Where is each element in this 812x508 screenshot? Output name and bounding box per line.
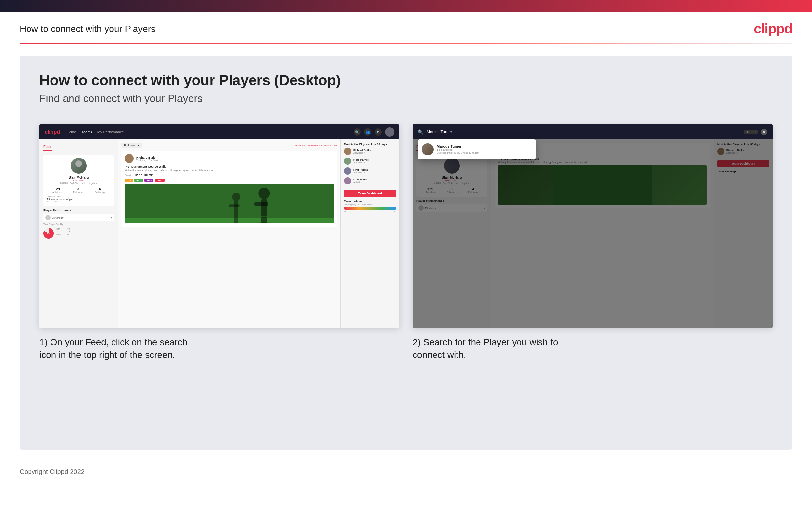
- svg-point-8: [232, 193, 241, 201]
- player-performance-2: Player Performance Eli Vincent ▾: [417, 199, 487, 212]
- team-heatmap-title-1: Team Heatmap: [344, 200, 396, 203]
- bar-app: APP 70: [56, 231, 69, 233]
- center-feed-1: Following ▾ Control who can see your act…: [118, 139, 340, 328]
- svg-rect-6: [261, 216, 264, 223]
- search-input-2[interactable]: Marcus Turner: [427, 130, 741, 134]
- screenshot-2-col: clippd Home Teams My Performance Feed: [413, 124, 773, 361]
- profile-avatar-2: [444, 158, 460, 174]
- player-list-item-4: Eli Vincent Activities: 1: [344, 177, 396, 184]
- search-icon[interactable]: 🔍: [353, 128, 361, 135]
- nav-items-1: Home Teams My Performance: [66, 130, 124, 134]
- player-mini-avatar-1: [45, 215, 50, 220]
- player-list-item-3: Hiral Pujara Activities: 3: [344, 167, 396, 175]
- profile-card-2: Blair McHarg Golf Coach Mill Ride Golf C…: [417, 155, 487, 197]
- page-title: How to connect with your Players: [20, 24, 155, 34]
- act-avatar-1: [125, 154, 134, 163]
- tag-putt: PUTT: [155, 178, 164, 182]
- caption-1: 1) On your Feed, click on the searchicon…: [39, 336, 399, 361]
- following-btn-1[interactable]: Following ▾: [121, 143, 142, 148]
- logo: clippd: [754, 21, 792, 37]
- footer: Copyright Clippd 2022: [0, 461, 812, 482]
- stat-activities-1: 129 Activities: [52, 187, 62, 193]
- nav-teams-1[interactable]: Teams: [81, 130, 92, 134]
- people-icon[interactable]: 👥: [364, 128, 371, 135]
- screenshots-row: clippd Home Teams My Performance 🔍 👥 ⚙: [39, 124, 773, 361]
- search-result-handicap: 1-5 Handicap: [437, 148, 479, 151]
- stat-followers-1: 3 Followers: [74, 187, 83, 193]
- tag-arg: ARG: [144, 178, 153, 182]
- tag-app: APP: [135, 178, 143, 182]
- player-list-item-2: Piers Parnell Activities: 4: [344, 158, 396, 165]
- app-content-2-bg: Feed Blair McHarg Golf Coach Mill Ride G…: [413, 139, 773, 328]
- profile-club-1: Mill Ride Golf Club, United Kingdom: [47, 182, 110, 184]
- search-dropdown: Marcus Turner 1-5 Handicap Cypress Point…: [418, 139, 536, 159]
- control-link-1[interactable]: Control who can see your activity and da…: [294, 144, 337, 147]
- player-list-item-1: Richard Butler Activities: 7: [344, 148, 396, 155]
- tags-row-1: OTT APP ARG PUTT: [125, 178, 334, 182]
- svg-rect-7: [264, 216, 267, 223]
- caption-2: 2) Search for the Player you wish toconn…: [413, 336, 773, 361]
- stats-row-1: 129 Activities 3 Followers 4 Following: [47, 187, 110, 193]
- profile-card-1: Blair McHarg Golf Coach Mill Ride Golf C…: [43, 155, 114, 206]
- svg-rect-0: [125, 184, 334, 223]
- profile-name-2: Blair McHarg: [420, 176, 484, 179]
- bar-arg: ARG 61: [56, 233, 69, 235]
- left-panel-2: Feed Blair McHarg Golf Coach Mill Ride G…: [413, 139, 491, 328]
- section-title: How to connect with your Players (Deskto…: [39, 72, 773, 89]
- clear-btn[interactable]: CLEAR: [744, 130, 758, 134]
- bar-ott: OTT 79: [56, 228, 69, 230]
- search-result-name: Marcus Turner: [437, 144, 479, 148]
- app-logo-1: clippd: [45, 129, 60, 135]
- app-content-1: Feed Blair McHarg Golf Coach Mill Ride G…: [39, 139, 399, 328]
- settings-icon[interactable]: ⚙: [375, 128, 382, 135]
- search-result-avatar: [422, 143, 434, 155]
- svg-rect-11: [234, 215, 236, 223]
- screenshot-1-col: clippd Home Teams My Performance 🔍 👥 ⚙: [39, 124, 399, 361]
- right-panel-1: Most Active Players - Last 30 days Richa…: [340, 139, 399, 328]
- profile-club-2: Mill Ride Golf Club, United Kingdom: [420, 182, 484, 184]
- top-bar: [0, 0, 812, 12]
- profile-role-1: Golf Coach: [47, 179, 110, 182]
- heatmap-subtitle-1: Player Quality · 20 Round Trend: [344, 204, 396, 206]
- svg-point-3: [258, 188, 270, 199]
- user-avatar-1[interactable]: [385, 127, 394, 136]
- heatmap-bar-1: [344, 207, 396, 210]
- screenshot-2-frame: clippd Home Teams My Performance Feed: [413, 124, 773, 328]
- duration-row-1: Duration 02 hr : 00 min: [125, 173, 334, 176]
- feed-tab-1[interactable]: Feed: [43, 143, 52, 151]
- search-result-item[interactable]: Marcus Turner 1-5 Handicap Cypress Point…: [422, 143, 532, 155]
- activity-card-1: Richard Butler Yesterday · The Grove Pre…: [121, 151, 337, 227]
- player-select-1[interactable]: Eli Vincent ▾: [43, 214, 114, 221]
- heatmap-scale-1: -5 +5: [344, 210, 396, 212]
- svg-rect-5: [254, 203, 269, 206]
- search-overlay-bar: 🔍 Marcus Turner CLEAR ✕: [413, 124, 773, 139]
- nav-performance-1[interactable]: My Performance: [97, 130, 124, 134]
- header: How to connect with your Players clippd: [0, 12, 812, 43]
- header-divider: [20, 43, 792, 44]
- svg-rect-13: [553, 165, 652, 205]
- player-performance-1: Player Performance Eli Vincent ▾ Total P…: [43, 209, 114, 239]
- svg-rect-1: [125, 218, 334, 223]
- nav-home-1[interactable]: Home: [66, 130, 76, 134]
- score-circle-1: 84: [43, 228, 54, 239]
- activity-image-1: [125, 184, 334, 223]
- profile-name-1: Blair McHarg: [47, 176, 110, 179]
- bars-container-1: OTT 79 APP 70: [56, 228, 69, 235]
- team-dashboard-btn-1[interactable]: Team Dashboard: [344, 190, 396, 197]
- search-result-club: Cypress Point Club, United Kingdom: [437, 151, 479, 154]
- activity-header-1: Richard Butler Yesterday · The Grove: [125, 154, 334, 163]
- main-content: How to connect with your Players (Deskto…: [20, 56, 792, 450]
- dropdown-arrow-1: ▾: [110, 216, 112, 219]
- svg-rect-4: [261, 199, 267, 216]
- stat-following-1: 4 Following: [95, 187, 105, 193]
- left-panel-1: Feed Blair McHarg Golf Coach Mill Ride G…: [39, 139, 118, 328]
- svg-rect-10: [229, 205, 240, 207]
- latest-activity-1: Latest Activity Afternoon round of golf …: [47, 195, 110, 203]
- tag-ott: OTT: [125, 178, 133, 182]
- close-btn[interactable]: ✕: [761, 129, 767, 135]
- svg-rect-12: [236, 215, 238, 223]
- most-active-title-1: Most Active Players - Last 30 days: [344, 143, 396, 146]
- profile-role-2: Golf Coach: [420, 179, 484, 182]
- screenshot-1-frame: clippd Home Teams My Performance 🔍 👥 ⚙: [39, 124, 399, 328]
- search-icon-2: 🔍: [418, 129, 423, 134]
